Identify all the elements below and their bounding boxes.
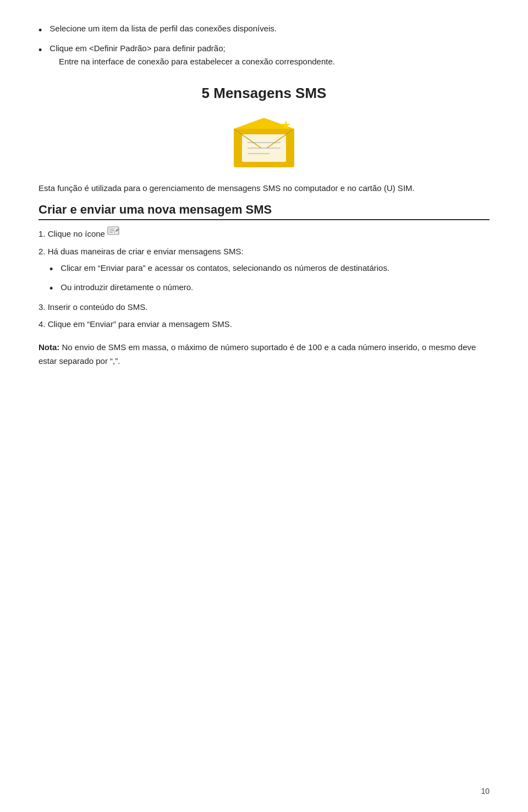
compose-icon <box>107 226 119 236</box>
bullet-item-1-text: Selecione um item da lista de perfil das… <box>50 22 277 35</box>
intro-paragraph: Esta função é utilizada para o gerenciam… <box>38 181 490 195</box>
sub-bullet-1: Clicar em “Enviar para” e acessar os con… <box>50 261 490 277</box>
note-paragraph: Nota: No envio de SMS em massa, o máximo… <box>38 340 490 368</box>
step-1: 1. Clique no ícone <box>38 227 490 241</box>
note-text: No envio de SMS em massa, o máximo de nú… <box>38 342 476 366</box>
note-label: Nota: <box>38 342 59 352</box>
sms-icon-container <box>38 115 490 170</box>
sub-bullet-2: Ou introduzir diretamente o número. <box>50 281 490 297</box>
bullet-item-2-line2: Entre na interface de conexão para estab… <box>50 57 335 66</box>
bullet-item-2-content: Clique em <Definir Padrão> para definir … <box>50 42 335 68</box>
sub-bullet-1-text: Clicar em “Enviar para” e acessar os con… <box>61 261 389 275</box>
step-3: 3. Inserir o conteúdo do SMS. <box>38 300 490 314</box>
step-4-text: 4. Clique em “Enviar” para enviar a mens… <box>38 317 232 331</box>
step-2-text: 2. Há duas maneiras de criar e enviar me… <box>38 244 244 259</box>
sms-envelope-icon <box>231 115 297 170</box>
chapter-title: 5 Mensagens SMS <box>38 85 490 102</box>
step-1-text: 1. Clique no ícone <box>38 227 105 241</box>
bullet-item-2-line1: Clique em <Definir Padrão> para definir … <box>50 43 225 53</box>
top-bullet-list: Selecione um item da lista de perfil das… <box>38 22 490 68</box>
step-3-text: 3. Inserir o conteúdo do SMS. <box>38 300 147 314</box>
step-2: 2. Há duas maneiras de criar e enviar me… <box>38 244 490 259</box>
sub-bullet-2-text: Ou introduzir diretamente o número. <box>61 281 193 294</box>
bullet-item-2: Clique em <Definir Padrão> para definir … <box>38 42 490 68</box>
section-heading: Criar e enviar uma nova mensagem SMS <box>38 203 490 220</box>
page-number: 10 <box>481 787 490 795</box>
step-4: 4. Clique em “Enviar” para enviar a mens… <box>38 317 490 331</box>
bullet-item-1: Selecione um item da lista de perfil das… <box>38 22 490 39</box>
sub-bullet-list: Clicar em “Enviar para” e acessar os con… <box>50 261 490 297</box>
